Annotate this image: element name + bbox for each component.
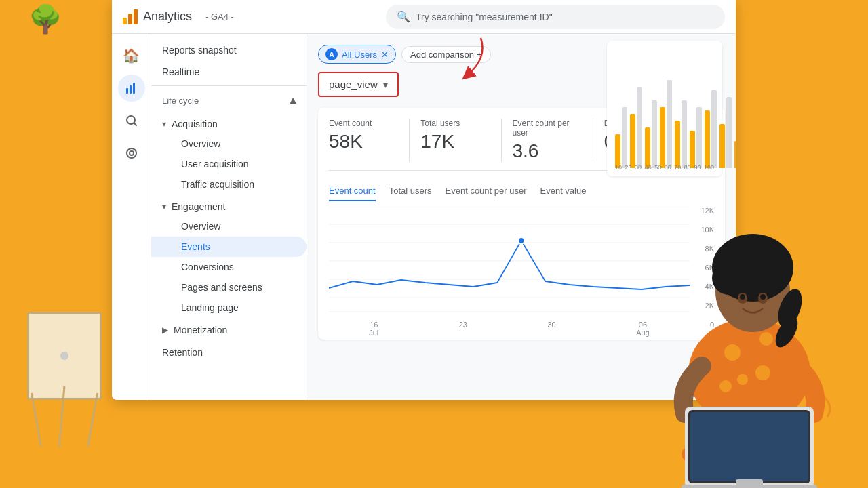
total-users-metric: Total users 17K — [410, 119, 501, 162]
rail-reports-icon[interactable] — [118, 75, 145, 102]
easel-decoration — [20, 312, 108, 447]
svg-point-18 — [737, 374, 748, 385]
monetization-section: ▶ Monetization — [151, 321, 307, 340]
traffic-acquisition-item[interactable]: Traffic acquisition — [151, 174, 307, 195]
acquisition-label: Acquisition — [172, 119, 218, 129]
engagement-header[interactable]: ▾ Engagement — [151, 197, 307, 216]
lifecycle-header: Life cycle ▲ — [151, 89, 307, 112]
sidebar-divider — [151, 85, 307, 86]
top-bar: Analytics - GA4 - 🔍 Try searching "measu… — [112, 0, 736, 34]
event-count-label: Event count — [329, 119, 398, 128]
rail-advertising-icon[interactable] — [118, 140, 145, 167]
analytics-logo: Analytics — [123, 9, 192, 24]
event-count-per-user-label: Event count per user — [513, 119, 582, 138]
all-users-label: All Users — [342, 49, 377, 60]
svg-point-6 — [130, 151, 134, 155]
svg-point-37 — [760, 294, 766, 300]
event-count-per-user-value: 3.6 — [513, 140, 582, 162]
add-comparison-plus-icon: + — [477, 49, 482, 60]
event-selector-label: page_view — [329, 79, 378, 90]
logo-bar-1 — [123, 18, 127, 24]
chart-tab-event-count[interactable]: Event count — [329, 182, 376, 201]
monetization-label: Monetization — [174, 325, 227, 336]
engagement-overview-item[interactable]: Overview — [151, 216, 307, 237]
svg-point-19 — [755, 365, 770, 380]
conversions-item[interactable]: Conversions — [151, 257, 307, 277]
app-title: Analytics — [143, 9, 192, 24]
acquisition-overview-item[interactable]: Overview — [151, 134, 307, 154]
event-count-metric: Event count 58K — [329, 119, 410, 162]
rail-home-icon[interactable]: 🏠 — [118, 42, 145, 69]
logo-bar-3 — [134, 9, 138, 24]
total-users-value: 17K — [420, 131, 490, 152]
acquisition-chevron-icon: ▾ — [162, 119, 166, 129]
all-users-initial: A — [326, 48, 338, 60]
x-10: 10 — [615, 164, 622, 171]
rail-explore-icon[interactable] — [118, 107, 145, 134]
svg-point-30 — [722, 247, 749, 274]
sidebar-reports-snapshot[interactable]: Reports snapshot — [151, 39, 307, 61]
add-comparison-button[interactable]: Add comparison + — [401, 46, 491, 63]
svg-point-36 — [740, 294, 745, 300]
svg-point-44 — [821, 393, 868, 461]
ga4-badge[interactable]: - GA4 - — [205, 12, 234, 22]
all-users-badge[interactable]: A All Users ✕ — [318, 45, 396, 64]
events-item[interactable]: Events — [151, 237, 307, 257]
sidebar: Reports snapshot Realtime Life cycle ▲ ▾… — [151, 34, 307, 400]
svg-point-17 — [760, 332, 773, 346]
svg-point-16 — [724, 344, 741, 361]
svg-point-31 — [757, 250, 783, 276]
chart-tab-event-count-per-user[interactable]: Event count per user — [446, 182, 527, 201]
add-comparison-label: Add comparison — [410, 49, 474, 60]
search-icon: 🔍 — [397, 10, 410, 23]
engagement-label: Engagement — [172, 201, 225, 212]
all-users-close-icon[interactable]: ✕ — [381, 49, 389, 60]
event-selector-box[interactable]: page_view ▾ — [318, 72, 399, 97]
svg-rect-43 — [736, 479, 763, 487]
event-selector-chevron-icon: ▾ — [383, 79, 388, 90]
acquisition-section: ▾ Acquisition Overview User acquisition … — [151, 115, 307, 195]
x-label-30: 30 — [547, 321, 555, 337]
engagement-section: ▾ Engagement Overview Events Conversions… — [151, 197, 307, 318]
svg-rect-0 — [126, 88, 128, 94]
svg-line-4 — [134, 123, 136, 126]
pages-and-screens-item[interactable]: Pages and screens — [151, 277, 307, 298]
lifecycle-chevron-icon[interactable]: ▲ — [288, 94, 298, 106]
search-placeholder: Try searching "measurement ID" — [416, 12, 553, 22]
event-count-per-user-metric: Event count per user 3.6 — [502, 119, 593, 162]
user-acquisition-item[interactable]: User acquisition — [151, 154, 307, 174]
event-count-value: 58K — [329, 131, 398, 152]
bar-gold-1 — [615, 134, 620, 168]
svg-point-5 — [127, 148, 136, 158]
chart-tab-total-users[interactable]: Total users — [389, 182, 432, 201]
engagement-chevron-icon: ▾ — [162, 202, 166, 211]
svg-point-14 — [518, 237, 524, 244]
tree-icon: 🌳 — [28, 3, 62, 35]
x-label-16-jul: 16Jul — [369, 321, 378, 337]
svg-rect-2 — [133, 83, 135, 94]
acquisition-header[interactable]: ▾ Acquisition — [151, 115, 307, 134]
total-users-label: Total users — [420, 119, 490, 128]
person-illustration — [624, 142, 868, 488]
svg-rect-40 — [690, 412, 808, 481]
logo-bar-2 — [128, 14, 132, 24]
landing-page-item[interactable]: Landing page — [151, 298, 307, 318]
lifecycle-label: Life cycle — [162, 96, 199, 106]
search-bar[interactable]: 🔍 Try searching "measurement ID" — [386, 5, 725, 29]
chart-tab-event-value[interactable]: Event value — [540, 182, 587, 201]
svg-rect-1 — [130, 85, 132, 94]
monetization-chevron-icon: ▶ — [162, 325, 168, 335]
retention-item[interactable]: Retention — [151, 342, 307, 363]
monetization-header[interactable]: ▶ Monetization — [151, 321, 307, 340]
x-label-23: 23 — [459, 321, 467, 337]
svg-point-20 — [719, 380, 732, 392]
icon-rail: 🏠 — [112, 34, 151, 400]
logo-bars — [123, 9, 138, 24]
sidebar-realtime[interactable]: Realtime — [151, 61, 307, 83]
